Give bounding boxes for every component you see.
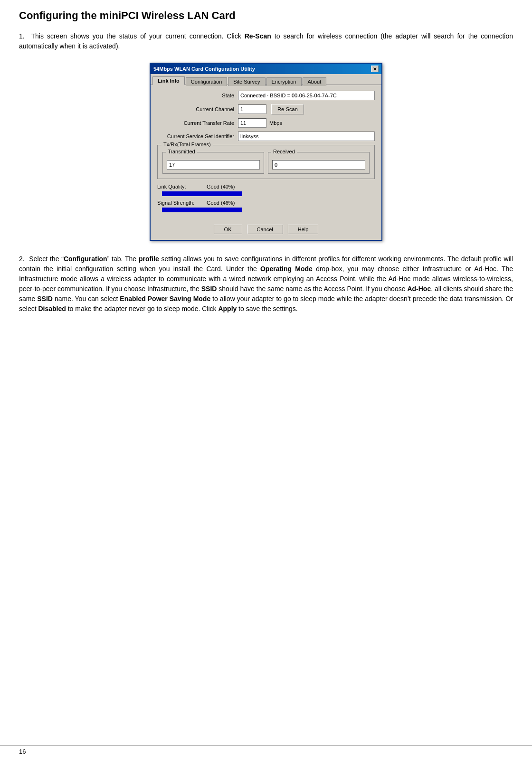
- link-quality-value: Good (40%): [207, 184, 235, 189]
- tab-site-survey[interactable]: Site Survey: [228, 77, 265, 86]
- channel-value: 1: [238, 104, 266, 114]
- signal-strength-row: Signal Strength: Good (46%): [157, 200, 375, 206]
- state-row: State Connected · BSSID = 00-06-25-04-7A…: [157, 91, 375, 100]
- transmitted-value: 17: [167, 160, 260, 170]
- transfer-row: Current Transfer Rate 11 Mbps: [157, 118, 375, 128]
- ssid-label: Current Service Set Identifier: [157, 133, 238, 139]
- dialog-screenshot-container: 54Mbps WLAN Card Configuration Utility ✕…: [19, 63, 513, 241]
- ok-button[interactable]: OK: [214, 225, 242, 234]
- close-button[interactable]: ✕: [371, 66, 379, 72]
- link-quality-label: Link Quality:: [157, 184, 205, 189]
- signal-strength-bar: [162, 208, 242, 212]
- dialog-title: 54Mbps WLAN Card Configuration Utility: [153, 66, 255, 72]
- signal-strength-label: Signal Strength:: [157, 200, 205, 206]
- tab-link-info[interactable]: Link Info: [152, 76, 185, 85]
- signal-strength-bar-container: [157, 208, 375, 212]
- received-value: 0: [272, 160, 365, 170]
- dialog-footer: OK Cancel Help: [151, 221, 381, 240]
- section-2-text: 2. Select the “Configuration” tab. The p…: [19, 254, 513, 314]
- page-title: Configuring the miniPCI Wireless LAN Car…: [19, 9, 513, 22]
- section-1-text: 1. This screen shows you the status of y…: [19, 31, 513, 51]
- signal-strength-fill: [162, 208, 199, 212]
- link-quality-row: Link Quality: Good (40%): [157, 184, 375, 189]
- rescan-button[interactable]: Re-Scan: [271, 104, 304, 114]
- wlan-dialog: 54Mbps WLAN Card Configuration Utility ✕…: [150, 63, 382, 241]
- ssid-value: linksyss: [238, 132, 375, 141]
- section-2: 2. Select the “Configuration” tab. The p…: [19, 254, 513, 314]
- dialog-tabs: Link Info Configuration Site Survey Encr…: [151, 74, 381, 85]
- transmitted-label: Transmitted: [166, 149, 197, 154]
- link-quality-fill: [162, 191, 194, 196]
- txrx-group: Tx/Rx(Total Frames) Transmitted 17 Recei…: [157, 145, 375, 179]
- received-group: Received 0: [268, 152, 370, 174]
- transfer-label: Current Transfer Rate: [157, 120, 238, 126]
- tab-encryption[interactable]: Encryption: [266, 77, 302, 86]
- mbps-label: Mbps: [269, 120, 282, 126]
- channel-label: Current Channel: [157, 106, 238, 112]
- transmitted-group: Transmitted 17: [162, 152, 264, 174]
- section-1: 1. This screen shows you the status of y…: [19, 31, 513, 241]
- link-quality-bar: [162, 191, 242, 196]
- signal-strength-value: Good (46%): [207, 200, 235, 206]
- quality-section: Link Quality: Good (40%): [157, 184, 375, 212]
- tab-about[interactable]: About: [303, 77, 327, 86]
- sub-groups: Transmitted 17 Received 0: [162, 152, 370, 174]
- transfer-value: 11: [238, 118, 266, 128]
- cancel-button[interactable]: Cancel: [247, 225, 283, 234]
- received-label: Received: [271, 149, 297, 154]
- link-quality-bar-container: [157, 191, 375, 196]
- help-button[interactable]: Help: [288, 225, 319, 234]
- page-number: 16: [19, 748, 26, 755]
- state-label: State: [157, 93, 238, 98]
- state-value: Connected · BSSID = 00-06-25-04-7A-7C: [238, 91, 375, 100]
- txrx-group-title: Tx/Rx(Total Frames): [162, 142, 213, 147]
- ssid-row: Current Service Set Identifier linksyss: [157, 132, 375, 141]
- dialog-titlebar: 54Mbps WLAN Card Configuration Utility ✕: [151, 64, 381, 74]
- tab-configuration[interactable]: Configuration: [186, 77, 227, 86]
- channel-row: Current Channel 1 Re-Scan: [157, 104, 375, 114]
- dialog-body: State Connected · BSSID = 00-06-25-04-7A…: [151, 85, 381, 221]
